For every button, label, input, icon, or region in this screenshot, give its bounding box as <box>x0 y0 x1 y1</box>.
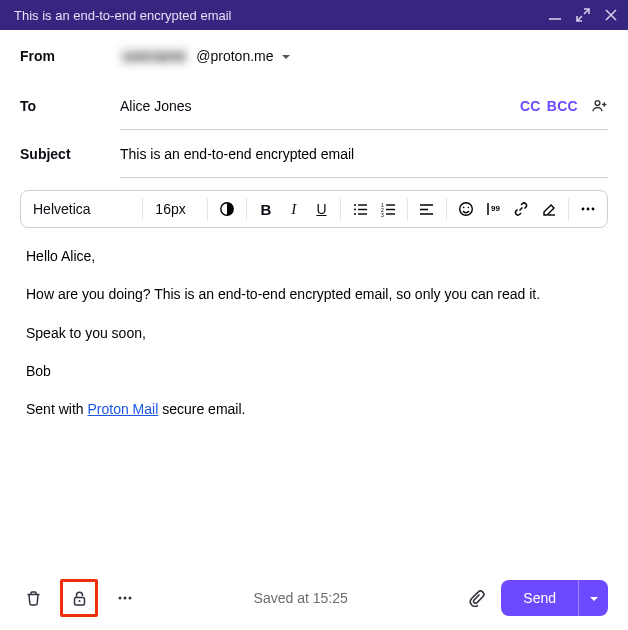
font-family-value: Helvetica <box>33 201 91 217</box>
from-selector[interactable]: username@proton.me <box>120 48 608 64</box>
svg-point-24 <box>467 207 469 209</box>
subject-input[interactable] <box>120 146 608 162</box>
emoji-icon[interactable] <box>453 196 479 222</box>
svg-text:99: 99 <box>491 204 500 213</box>
svg-point-7 <box>354 204 356 206</box>
from-row: From username@proton.me <box>20 30 608 82</box>
more-format-icon[interactable] <box>575 196 601 222</box>
bullet-list-icon[interactable] <box>347 196 373 222</box>
body-line: Speak to you soon, <box>26 323 602 343</box>
link-icon[interactable] <box>509 196 535 222</box>
svg-point-28 <box>582 208 585 211</box>
subject-row: Subject <box>120 130 608 178</box>
svg-point-34 <box>124 597 127 600</box>
underline-icon[interactable]: U <box>309 196 335 222</box>
format-toolbar: Helvetica 16px B I U 123 99 <box>20 190 608 228</box>
body-line: How are you doing? This is an end-to-end… <box>26 284 602 304</box>
clear-format-icon[interactable] <box>536 196 562 222</box>
numbered-list-icon[interactable]: 123 <box>375 196 401 222</box>
svg-point-9 <box>354 208 356 210</box>
italic-icon[interactable]: I <box>281 196 307 222</box>
svg-point-3 <box>595 100 600 105</box>
cc-button[interactable]: CC <box>520 98 541 114</box>
bold-icon[interactable]: B <box>253 196 279 222</box>
from-label: From <box>20 48 120 64</box>
align-icon[interactable] <box>414 196 440 222</box>
bcc-button[interactable]: BCC <box>547 98 578 114</box>
body-signature: Sent with Proton Mail secure email. <box>26 399 602 419</box>
proton-mail-link[interactable]: Proton Mail <box>87 401 158 417</box>
svg-point-35 <box>129 597 132 600</box>
body-line: Bob <box>26 361 602 381</box>
font-size-select[interactable]: 16px <box>149 197 201 221</box>
svg-point-33 <box>119 597 122 600</box>
to-row: To Alice Jones CC BCC <box>120 82 608 130</box>
color-icon[interactable] <box>214 196 240 222</box>
minimize-icon[interactable] <box>548 8 562 22</box>
highlight-annotation <box>60 579 98 617</box>
svg-point-11 <box>354 213 356 215</box>
from-domain: @proton.me <box>196 48 273 64</box>
from-username: username <box>120 48 188 64</box>
window-titlebar: This is an end-to-end encrypted email <box>0 0 628 30</box>
svg-point-23 <box>463 207 465 209</box>
svg-point-29 <box>587 208 590 211</box>
font-family-select[interactable]: Helvetica <box>27 197 136 221</box>
send-button[interactable]: Send <box>501 580 578 616</box>
to-input[interactable]: Alice Jones <box>120 98 520 114</box>
expand-icon[interactable] <box>576 8 590 22</box>
send-options-dropdown[interactable] <box>578 580 608 616</box>
saved-status: Saved at 15:25 <box>138 590 463 606</box>
font-size-value: 16px <box>155 201 185 217</box>
close-icon[interactable] <box>604 8 618 22</box>
composer-footer: Saved at 15:25 Send <box>0 566 628 630</box>
quote-icon[interactable]: 99 <box>481 196 507 222</box>
contacts-icon[interactable] <box>590 97 608 115</box>
subject-label: Subject <box>20 146 120 162</box>
to-label: To <box>20 98 120 114</box>
chevron-down-icon <box>282 48 290 64</box>
svg-text:3: 3 <box>381 211 384 217</box>
message-body[interactable]: Hello Alice, How are you doing? This is … <box>0 228 628 419</box>
window-title: This is an end-to-end encrypted email <box>14 8 548 23</box>
svg-point-32 <box>78 600 80 602</box>
body-line: Hello Alice, <box>26 246 602 266</box>
encryption-lock-icon[interactable] <box>66 585 92 611</box>
send-split-button: Send <box>501 580 608 616</box>
trash-icon[interactable] <box>20 585 46 611</box>
to-chip: Alice Jones <box>120 98 192 114</box>
attachment-icon[interactable] <box>463 585 489 611</box>
svg-point-30 <box>592 208 595 211</box>
more-actions-icon[interactable] <box>112 585 138 611</box>
